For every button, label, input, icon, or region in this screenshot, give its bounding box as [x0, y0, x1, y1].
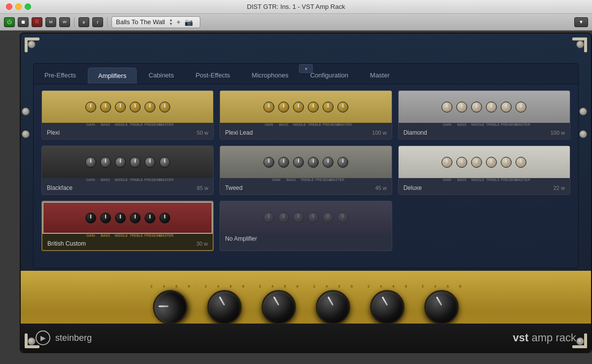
mini-knob [115, 157, 126, 168]
mini-knob [516, 157, 526, 168]
knob-label: TREBLE [130, 123, 141, 126]
amp-card-no-amp[interactable]: No Amplifier [220, 201, 392, 251]
knob-label: BASS [100, 234, 111, 237]
knob-label: PRESENC [145, 123, 155, 126]
tab-microphones[interactable]: Microphones [242, 68, 298, 84]
amp-image-plexi [42, 91, 213, 123]
tab-pre-effects[interactable]: Pre-Effects [35, 68, 86, 84]
amp-card-deluxe[interactable]: GAIN BASS MIDDLE TREBLE PRESENC MASTER D… [398, 146, 570, 195]
empty-slot [398, 201, 570, 251]
amp-name-deluxe: Deluxe [404, 184, 422, 191]
mini-knob [293, 102, 304, 112]
record-button[interactable]: R [32, 17, 42, 27]
treble-knob[interactable] [316, 290, 350, 325]
scale-8: 8 [188, 285, 190, 288]
knob-label: GAIN [85, 123, 96, 126]
mini-knob [278, 157, 289, 168]
amp-card-blackface[interactable]: GAIN BASS MIDDLE TREBLE PRESENC MASTER B… [41, 146, 214, 195]
amp-card-tweed[interactable]: GAIN BASS TREBLE PRESENC MASTER Tweed 45… [220, 146, 392, 195]
knob-label: BASS [100, 123, 111, 126]
master-knob[interactable] [424, 290, 459, 325]
preset-selector[interactable]: Balls To The Wall ▲▼ ✦ 📷 [111, 16, 200, 28]
amp-name-diamond: Diamond [404, 129, 427, 136]
knob-label: MASTER [330, 178, 341, 182]
mini-knob [442, 157, 452, 168]
mini-knob [130, 157, 141, 168]
bass-knob[interactable] [207, 290, 242, 325]
knob-label: TREBLE [300, 178, 311, 182]
side-screws-right [579, 108, 590, 138]
knob-label: BASS [286, 178, 296, 182]
mini-knob [293, 157, 304, 168]
amp-card-diamond[interactable]: GAIN BASS MIDDLE TREBLE PRESENC MASTER D… [398, 90, 570, 140]
knob-label: BASS [456, 178, 467, 182]
preset-arrows[interactable]: ▲▼ [169, 18, 173, 26]
e-button[interactable]: e [78, 17, 89, 27]
mini-knob [159, 157, 170, 168]
power-button[interactable]: ⏻ [4, 17, 15, 27]
mini-knob [85, 213, 96, 223]
maximize-button[interactable] [25, 3, 31, 10]
screw-tl [28, 40, 36, 48]
scale-6: 6 [176, 285, 178, 288]
knob-label: PRESENC [501, 178, 512, 182]
amp-watt-diamond: 100 w [551, 130, 565, 136]
stop-button[interactable]: ⏹ [18, 17, 29, 27]
corner-bracket-bl [25, 324, 49, 348]
mini-knob [501, 157, 512, 168]
mini-knob [456, 157, 467, 168]
collapse-button[interactable]: ▾ [299, 64, 313, 73]
tab-post-effects[interactable]: Post-Effects [185, 68, 240, 84]
preset-camera-icon[interactable]: 📷 [185, 18, 193, 26]
preset-edit-icon[interactable]: ✦ [176, 18, 182, 26]
minimize-button[interactable] [15, 3, 22, 10]
knob-label: GAIN [263, 123, 274, 126]
amp-name-plexi: Plexi [47, 129, 60, 136]
knob-label: PRESENC [145, 178, 155, 182]
knob-label: MIDDLE [115, 178, 126, 182]
mini-knob [337, 212, 348, 223]
amp-watt-plexi-lead: 100 w [372, 130, 386, 136]
amp-image-diamond [399, 91, 570, 123]
knob-scale-top-master: 2 4 6 8 [422, 285, 461, 288]
tab-amplifiers[interactable]: Amplifiers [88, 68, 137, 84]
knob-label: MIDDLE [471, 123, 482, 126]
separator2 [107, 17, 108, 27]
knob-label: MASTER [516, 123, 526, 126]
traffic-lights[interactable] [6, 3, 31, 10]
close-button[interactable] [6, 3, 12, 10]
amp-image-tweed [220, 146, 391, 178]
tab-cabinets[interactable]: Cabinets [139, 68, 184, 84]
screw-br [576, 337, 584, 345]
middle-knob[interactable] [261, 290, 296, 325]
tab-master[interactable]: Master [360, 68, 400, 84]
side-screws-left [22, 108, 33, 138]
mini-knob [115, 213, 126, 223]
mini-knob [100, 157, 111, 168]
amp-card-plexi[interactable]: GAIN BASS MIDDLE TREBLE PRESENC MASTER P… [41, 90, 214, 140]
knob-label: MASTER [159, 234, 170, 237]
main-wrapper: ▾ Pre-Effects Amplifiers Cabinets Post-E… [0, 31, 592, 353]
knob-scale-top-middle: 2 4 6 8 [259, 285, 298, 288]
r-button[interactable]: r [92, 17, 103, 27]
mini-knob [486, 102, 497, 112]
amp-card-british-custom[interactable]: GAIN BASS MIDDLE TREBLE PRESENC MASTER B… [41, 201, 214, 251]
presence-knob[interactable] [370, 290, 405, 325]
mini-knob [456, 102, 467, 112]
window-title: DIST GTR: Ins. 1 - VST Amp Rack [247, 3, 345, 10]
screw-bl [28, 337, 36, 345]
amp-image-blackface [42, 146, 213, 178]
side-screw-r1 [579, 108, 587, 115]
mini-knob [145, 102, 155, 112]
knob-label: MIDDLE [115, 123, 126, 126]
menu-button[interactable]: ▼ [574, 17, 588, 27]
midi1-button[interactable]: M [45, 17, 56, 27]
knob-label: GAIN [442, 123, 452, 126]
mini-knob [323, 212, 333, 223]
midi2-button[interactable]: W [59, 17, 70, 27]
mini-knob [278, 212, 289, 223]
amp-card-plexi-lead[interactable]: GAIN BASS MIDDLE TREBLE PRESENC MASTER P… [220, 90, 392, 140]
amp-image-no-amp [220, 201, 391, 233]
mini-knob [145, 213, 155, 223]
knob-label: BASS [100, 178, 111, 182]
